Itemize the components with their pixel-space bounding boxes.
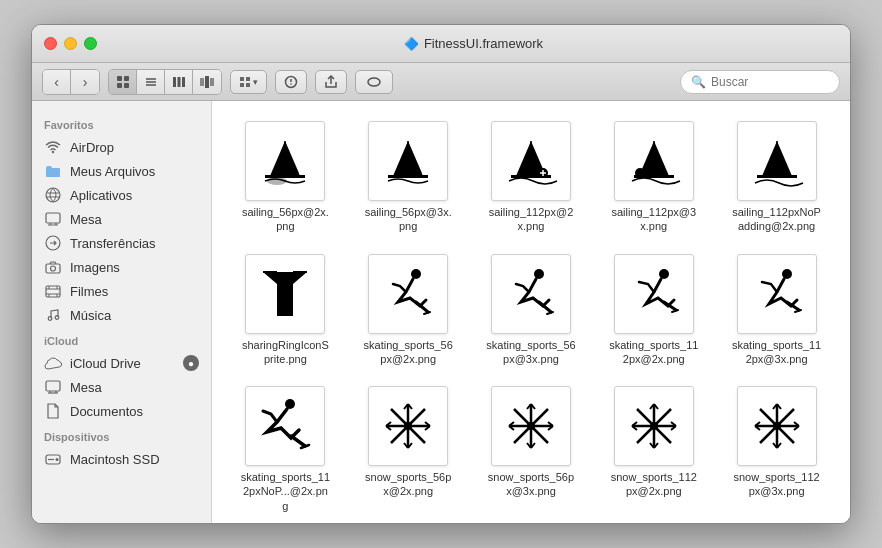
transferencias-label: Transferências xyxy=(70,236,156,251)
svg-rect-3 xyxy=(124,83,129,88)
view-icon-button[interactable] xyxy=(109,70,137,94)
desktop-icon xyxy=(44,210,62,228)
svg-rect-1 xyxy=(124,76,129,81)
icloud-drive-label: iCloud Drive xyxy=(70,356,141,371)
file-thumbnail xyxy=(245,254,325,334)
view-buttons xyxy=(108,69,222,95)
list-item[interactable]: sailing_56px@3x.png xyxy=(351,117,466,238)
list-item[interactable]: sailing_112px@2x.png xyxy=(474,117,589,238)
view-list-button[interactable] xyxy=(137,70,165,94)
file-thumbnail xyxy=(491,121,571,201)
close-button[interactable] xyxy=(44,37,57,50)
meus-arquivos-label: Meus Arquivos xyxy=(70,164,155,179)
sidebar-item-icloud-drive[interactable]: iCloud Drive ● xyxy=(32,351,211,375)
file-name: sharingRingIconSprite.png xyxy=(240,338,330,367)
search-input[interactable] xyxy=(711,75,829,89)
framework-icon: 🔷 xyxy=(404,37,419,51)
list-item[interactable]: snow_sports_112px@3x.png xyxy=(719,382,834,517)
sidebar-section-dispositivos: Dispositivos xyxy=(32,427,211,447)
sidebar-item-macintosh-ssd[interactable]: Macintosh SSD xyxy=(32,447,211,471)
traffic-lights xyxy=(44,37,97,50)
file-name: sailing_56px@2x.png xyxy=(240,205,330,234)
list-item[interactable]: skating_sports_56px@2x.png xyxy=(351,250,466,371)
svg-rect-41 xyxy=(46,381,60,391)
search-box[interactable]: 🔍 xyxy=(680,70,840,94)
file-thumbnail xyxy=(491,254,571,334)
file-thumbnail xyxy=(737,254,817,334)
cloud-icon xyxy=(44,354,62,372)
search-icon: 🔍 xyxy=(691,75,706,89)
list-item[interactable]: snow_sports_56px@3x.png xyxy=(474,382,589,517)
svg-point-19 xyxy=(290,83,292,85)
sidebar-item-imagens[interactable]: Imagens xyxy=(32,255,211,279)
svg-point-46 xyxy=(56,458,59,461)
arrange-button[interactable]: ▾ xyxy=(230,70,267,94)
file-name: snow_sports_56px@2x.png xyxy=(363,470,453,499)
svg-point-31 xyxy=(51,266,56,271)
svg-rect-15 xyxy=(240,83,244,87)
minimize-button[interactable] xyxy=(64,37,77,50)
svg-point-21 xyxy=(52,151,54,153)
documentos-label: Documentos xyxy=(70,404,143,419)
svg-rect-30 xyxy=(46,264,60,273)
tag-button[interactable] xyxy=(355,70,393,94)
svg-point-58 xyxy=(635,168,645,178)
list-item[interactable]: snow_sports_56px@2x.png xyxy=(351,382,466,517)
svg-point-20 xyxy=(368,78,380,86)
airdrop-label: AirDrop xyxy=(70,140,114,155)
imagens-label: Imagens xyxy=(70,260,120,275)
file-grid: sailing_56px@2x.png sailing_56px@ xyxy=(228,117,834,523)
file-name: sailing_112px@3x.png xyxy=(609,205,699,234)
view-cover-button[interactable] xyxy=(193,70,221,94)
sidebar-item-aplicativos[interactable]: Aplicativos xyxy=(32,183,211,207)
sidebar-item-mesa-icloud[interactable]: Mesa xyxy=(32,375,211,399)
maximize-button[interactable] xyxy=(84,37,97,50)
share-button[interactable] xyxy=(315,70,347,94)
file-thumbnail xyxy=(737,121,817,201)
svg-point-40 xyxy=(55,316,59,320)
sidebar-item-musica[interactable]: Música xyxy=(32,303,211,327)
sidebar-item-transferencias[interactable]: Transferências xyxy=(32,231,211,255)
svg-rect-8 xyxy=(177,77,180,87)
list-item[interactable]: sharingRingIconSprite.png xyxy=(228,250,343,371)
svg-rect-25 xyxy=(46,213,60,223)
svg-point-90 xyxy=(650,422,658,430)
sidebar-item-filmes[interactable]: Filmes xyxy=(32,279,211,303)
svg-rect-16 xyxy=(246,83,250,87)
window-title: 🔷 FitnessUI.framework xyxy=(109,36,838,51)
svg-rect-65 xyxy=(501,264,561,324)
file-thumbnail xyxy=(737,386,817,466)
list-item[interactable]: sailing_112px@3x.png xyxy=(596,117,711,238)
file-thumbnail xyxy=(368,386,448,466)
svg-point-64 xyxy=(411,269,421,279)
svg-rect-62 xyxy=(277,272,293,316)
svg-rect-49 xyxy=(265,175,305,178)
list-item[interactable]: sailing_112pxNoPadding@2x.png xyxy=(719,117,834,238)
action-button[interactable] xyxy=(275,70,307,94)
window-title-text: FitnessUI.framework xyxy=(424,36,543,51)
back-button[interactable]: ‹ xyxy=(43,70,71,94)
file-thumbnail xyxy=(245,386,325,466)
macintosh-ssd-label: Macintosh SSD xyxy=(70,452,160,467)
file-name: skating_sports_112pxNoP...@2x.png xyxy=(240,470,330,513)
view-column-button[interactable] xyxy=(165,70,193,94)
sidebar-item-meus-arquivos[interactable]: Meus Arquivos xyxy=(32,159,211,183)
svg-rect-60 xyxy=(757,175,797,178)
forward-button[interactable]: › xyxy=(71,70,99,94)
arrange-chevron: ▾ xyxy=(253,77,258,87)
sidebar-item-airdrop[interactable]: AirDrop xyxy=(32,135,211,159)
file-name: sailing_56px@3x.png xyxy=(363,205,453,234)
sidebar-item-documentos[interactable]: Documentos xyxy=(32,399,211,423)
list-item[interactable]: skating_sports_56px@3x.png xyxy=(474,250,589,371)
file-name: skating_sports_112px@2x.png xyxy=(609,338,699,367)
list-item[interactable]: skating_sports_112px@3x.png xyxy=(719,250,834,371)
toolbar: ‹ › xyxy=(32,63,850,101)
sidebar: Favoritos AirDrop xyxy=(32,101,212,523)
svg-rect-10 xyxy=(200,78,204,86)
list-item[interactable]: snow_sports_112px@2x.png xyxy=(596,382,711,517)
list-item[interactable]: skating_sports_112px@2x.png xyxy=(596,250,711,371)
list-item[interactable]: skating_sports_112pxNoP...@2x.png xyxy=(228,382,343,517)
sidebar-item-mesa[interactable]: Mesa xyxy=(32,207,211,231)
list-item[interactable]: sailing_56px@2x.png xyxy=(228,117,343,238)
svg-point-22 xyxy=(46,188,60,202)
